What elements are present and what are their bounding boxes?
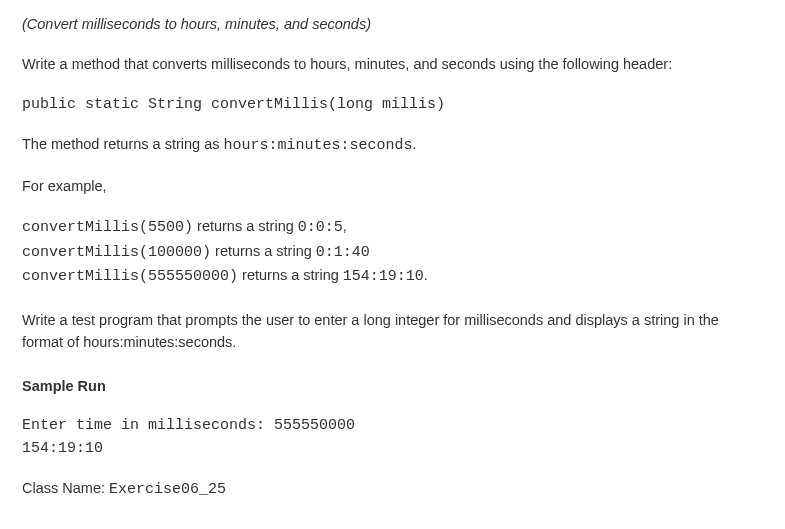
- example-line: convertMillis(5500) returns a string 0:0…: [22, 215, 763, 239]
- method-signature: public static String convertMillis(long …: [22, 94, 763, 117]
- class-name-label: Class Name:: [22, 480, 109, 496]
- example-call: convertMillis(100000): [22, 244, 211, 261]
- class-name-line: Class Name: Exercise06_25: [22, 478, 763, 502]
- example-tail: ,: [343, 218, 347, 234]
- example-line: convertMillis(555550000) returns a strin…: [22, 264, 763, 288]
- returns-prefix: The method returns a string as: [22, 136, 224, 152]
- examples-block: convertMillis(5500) returns a string 0:0…: [22, 215, 763, 288]
- sample-run-line: Enter time in milliseconds: 555550000: [22, 415, 763, 438]
- example-mid: returns a string: [238, 267, 343, 283]
- sample-run-line: 154:19:10: [22, 438, 763, 461]
- sample-run-block: Enter time in milliseconds: 555550000 15…: [22, 415, 763, 460]
- sample-run-heading: Sample Run: [22, 376, 763, 398]
- example-mid: returns a string: [193, 218, 298, 234]
- for-example-label: For example,: [22, 176, 763, 198]
- exercise-title: (Convert milliseconds to hours, minutes,…: [22, 14, 763, 36]
- example-line: convertMillis(100000) returns a string 0…: [22, 240, 763, 264]
- example-result: 0:0:5: [298, 219, 343, 236]
- returns-format: hours:minutes:seconds: [224, 137, 413, 154]
- returns-suffix: .: [413, 136, 417, 152]
- example-call: convertMillis(555550000): [22, 268, 238, 285]
- example-result: 0:1:40: [316, 244, 370, 261]
- example-result: 154:19:10: [343, 268, 424, 285]
- intro-paragraph: Write a method that converts millisecond…: [22, 54, 763, 76]
- example-call: convertMillis(5500): [22, 219, 193, 236]
- returns-description: The method returns a string as hours:min…: [22, 134, 763, 158]
- test-program-paragraph: Write a test program that prompts the us…: [22, 310, 763, 354]
- example-mid: returns a string: [211, 243, 316, 259]
- class-name-value: Exercise06_25: [109, 481, 226, 498]
- example-tail: .: [424, 267, 428, 283]
